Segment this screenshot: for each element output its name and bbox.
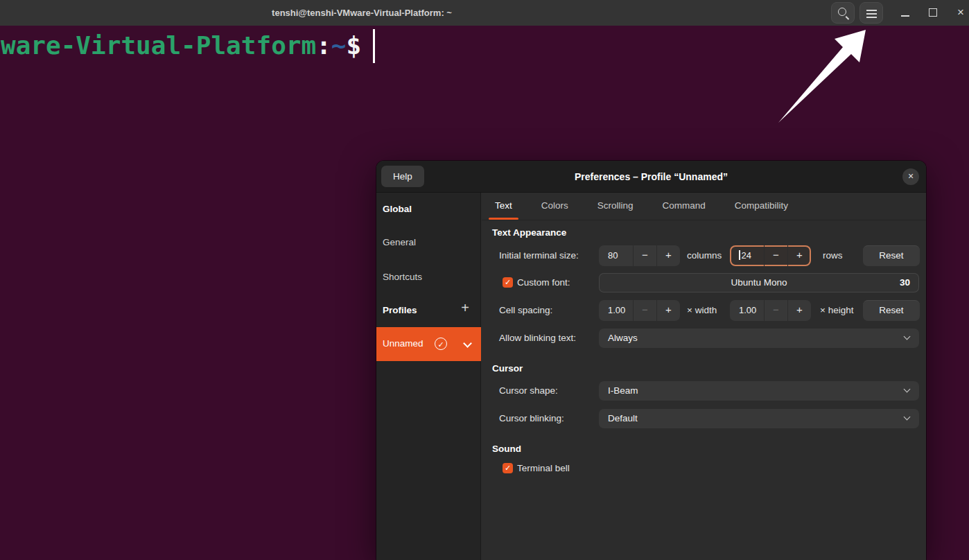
cell-height-unit-label: × height <box>820 300 853 321</box>
rows-spinbutton-focused: 24 − + <box>730 245 811 266</box>
terminal-title: tenshi@tenshi-VMware-Virtual-Platform: ~ <box>0 0 724 26</box>
section-heading-text-appearance: Text Appearance <box>492 227 566 238</box>
font-name: Ubuntu Mono <box>599 273 919 292</box>
columns-value[interactable]: 80 <box>599 245 633 266</box>
sidebar-heading-global: Global <box>383 204 412 214</box>
initial-terminal-size-label: Initial terminal size: <box>499 245 579 266</box>
maximize-button[interactable] <box>923 0 943 26</box>
cell-height-decrement-button[interactable]: − <box>764 300 787 321</box>
cursor-shape-row: Cursor shape: I-Beam <box>482 381 926 401</box>
columns-decrement-button[interactable]: − <box>633 245 656 266</box>
cell-spacing-label: Cell spacing: <box>499 300 552 321</box>
profile-active-check-icon: ✓ <box>435 338 447 350</box>
terminal-bell-label: Terminal bell <box>517 462 570 475</box>
text-caret <box>739 250 740 260</box>
dialog-header[interactable]: Preferences – Profile “Unnamed” Help × <box>376 161 926 193</box>
cursor-shape-label: Cursor shape: <box>499 381 558 401</box>
size-reset-button[interactable]: Reset <box>863 245 920 266</box>
tab-compatibility[interactable]: Compatibility <box>728 193 794 220</box>
hamburger-menu-icon <box>866 10 877 11</box>
tab-text[interactable]: Text <box>489 193 518 220</box>
cell-spacing-row: Cell spacing: 1.00 − + × width 1.00 − + … <box>482 300 926 321</box>
chevron-down-icon <box>904 386 911 393</box>
cell-width-value[interactable]: 1.00 <box>599 300 633 321</box>
columns-unit-label: columns <box>687 245 722 266</box>
search-button[interactable] <box>831 2 855 24</box>
chevron-down-icon <box>904 333 911 340</box>
columns-spinbutton: 80 − + <box>599 245 680 266</box>
sidebar-item-profile-unnamed[interactable]: Unnamed ✓ <box>376 327 481 361</box>
columns-increment-button[interactable]: + <box>656 245 680 266</box>
cursor-blinking-value: Default <box>608 409 638 428</box>
tab-scrolling[interactable]: Scrolling <box>591 193 640 220</box>
terminal-prompt: ware-Virtual-Platform:~$ <box>1 28 361 64</box>
sidebar-item-general[interactable]: General <box>383 237 416 247</box>
cell-height-increment-button[interactable]: + <box>787 300 811 321</box>
section-heading-cursor: Cursor <box>492 363 523 374</box>
rows-decrement-button[interactable]: − <box>764 245 787 266</box>
font-size: 30 <box>900 273 910 292</box>
font-chooser-button[interactable]: Ubuntu Mono 30 <box>599 273 919 292</box>
close-icon: × <box>908 170 914 182</box>
section-heading-sound: Sound <box>492 444 521 454</box>
allow-blinking-text-dropdown[interactable]: Always <box>599 329 919 348</box>
hamburger-menu-button[interactable] <box>859 2 883 24</box>
minimize-icon <box>901 15 909 17</box>
profile-chevron-down-icon[interactable] <box>463 339 472 348</box>
cell-width-unit-label: × width <box>687 300 717 321</box>
maximize-icon <box>929 8 937 17</box>
initial-terminal-size-row: Initial terminal size: 80 − + columns 24… <box>482 245 926 266</box>
cursor-blinking-label: Cursor blinking: <box>499 409 564 428</box>
custom-font-checkbox[interactable]: ✓ <box>503 277 513 288</box>
terminal-text-cursor <box>373 29 375 63</box>
terminal-bell-row: ✓ Terminal bell <box>482 462 926 477</box>
dialog-close-button[interactable]: × <box>902 168 919 185</box>
cell-height-value[interactable]: 1.00 <box>730 300 764 321</box>
preferences-content: Text Colors Scrolling Command Compatibil… <box>482 193 926 560</box>
terminal-titlebar[interactable]: tenshi@tenshi-VMware-Virtual-Platform: ~… <box>0 0 969 26</box>
cell-spacing-reset-button[interactable]: Reset <box>863 300 920 321</box>
tab-command[interactable]: Command <box>656 193 712 220</box>
terminal-bell-checkbox[interactable]: ✓ <box>503 463 513 473</box>
close-icon: × <box>957 6 964 19</box>
dialog-title: Preferences – Profile “Unnamed” <box>376 161 926 193</box>
rows-value[interactable]: 24 <box>730 245 764 266</box>
prompt-symbol: $ <box>347 31 362 60</box>
cell-width-spinbutton: 1.00 − + <box>599 300 680 321</box>
cursor-blinking-dropdown[interactable]: Default <box>599 409 919 428</box>
cursor-shape-value: I-Beam <box>608 381 638 401</box>
close-window-button[interactable]: × <box>950 0 969 26</box>
cursor-shape-dropdown[interactable]: I-Beam <box>599 381 919 401</box>
cell-width-decrement-button[interactable]: − <box>633 300 656 321</box>
sidebar-heading-profiles: Profiles <box>383 305 417 315</box>
text-tab-panel: Text Appearance Initial terminal size: 8… <box>482 220 926 560</box>
allow-blinking-text-label: Allow blinking text: <box>499 329 576 348</box>
add-profile-button[interactable]: + <box>461 300 469 316</box>
chevron-down-icon <box>904 414 911 421</box>
rows-unit-label: rows <box>823 245 843 266</box>
sidebar-item-shortcuts[interactable]: Shortcuts <box>383 272 422 282</box>
profile-name-label: Unnamed <box>383 338 424 349</box>
prompt-host-text: ware-Virtual-Platform <box>1 31 316 60</box>
tab-colors[interactable]: Colors <box>535 193 575 220</box>
cursor-blinking-row: Cursor blinking: Default <box>482 409 926 428</box>
profile-tabs: Text Colors Scrolling Command Compatibil… <box>482 193 926 220</box>
allow-blinking-text-value: Always <box>608 329 638 348</box>
cell-height-spinbutton: 1.00 − + <box>730 300 811 321</box>
preferences-dialog: Preferences – Profile “Unnamed” Help × G… <box>376 161 926 560</box>
search-icon <box>838 8 846 16</box>
cell-width-increment-button[interactable]: + <box>656 300 680 321</box>
preferences-sidebar: Global General Shortcuts Profiles + Unna… <box>376 193 481 560</box>
rows-increment-button[interactable]: + <box>787 245 811 266</box>
allow-blinking-text-row: Allow blinking text: Always <box>482 329 926 348</box>
minimize-button[interactable] <box>895 0 916 26</box>
prompt-colon: : <box>316 31 331 60</box>
prompt-path: ~ <box>331 31 347 60</box>
custom-font-label: Custom font: <box>517 273 570 292</box>
help-button[interactable]: Help <box>381 166 424 187</box>
custom-font-row: ✓ Custom font: Ubuntu Mono 30 <box>482 273 926 292</box>
